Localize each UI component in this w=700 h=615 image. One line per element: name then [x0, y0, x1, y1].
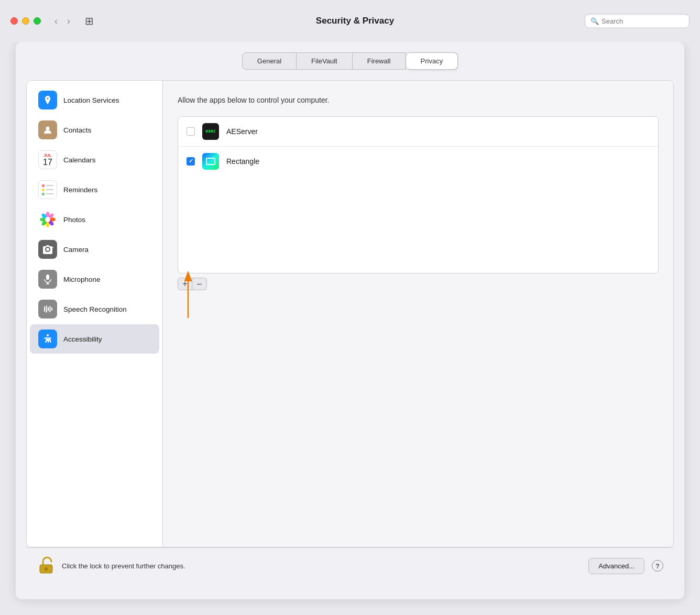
cal-month-label: JUL [43, 153, 51, 158]
aeserver-checkbox[interactable] [187, 127, 195, 136]
app-list: exec AEServer Rectangle [178, 116, 659, 273]
tab-filevault[interactable]: FileVault [297, 52, 353, 70]
grid-button[interactable]: ⊞ [81, 13, 98, 29]
help-button[interactable]: ? [652, 560, 663, 572]
svg-point-10 [45, 217, 50, 222]
sidebar-label-photos: Photos [63, 216, 85, 224]
bottom-bar: Click the lock to prevent further change… [26, 547, 674, 584]
sidebar-item-reminders[interactable]: Reminders [30, 175, 159, 204]
main-window: General FileVault Firewall Privacy Locat… [16, 42, 684, 599]
tab-privacy[interactable]: Privacy [406, 52, 458, 70]
speech-icon [38, 300, 57, 319]
sidebar-item-camera[interactable]: Camera [30, 235, 159, 264]
accessibility-icon [38, 330, 57, 348]
main-panel: Allow the apps below to control your com… [163, 81, 673, 547]
titlebar: ‹ › ⊞ Security & Privacy 🔍 [0, 0, 700, 42]
lock-area: Click the lock to prevent further change… [37, 556, 581, 575]
reminders-dots [40, 182, 56, 197]
window-title: Security & Privacy [104, 16, 606, 26]
sidebar-label-speech: Speech Recognition [63, 305, 127, 313]
tab-bar: General FileVault Firewall Privacy [26, 52, 674, 70]
nav-buttons: ‹ › [51, 14, 73, 29]
search-input[interactable] [601, 17, 684, 25]
sidebar-item-location[interactable]: Location Services [30, 85, 159, 115]
rectangle-checkbox[interactable] [187, 157, 195, 166]
minimize-button[interactable] [22, 17, 29, 25]
close-button[interactable] [10, 17, 18, 25]
rectangle-app-icon [202, 153, 219, 170]
camera-icon [38, 240, 57, 259]
sidebar: Location Services Contacts JUL 17 Calend… [27, 81, 163, 547]
sidebar-item-photos[interactable]: Photos [30, 205, 159, 234]
sidebar-item-contacts[interactable]: Contacts [30, 115, 159, 145]
sidebar-label-accessibility: Accessibility [63, 335, 102, 343]
back-button[interactable]: ‹ [51, 14, 61, 29]
sidebar-item-accessibility[interactable]: Accessibility [30, 324, 159, 354]
svg-rect-13 [46, 274, 49, 280]
contacts-icon [38, 120, 57, 139]
svg-rect-17 [46, 305, 47, 313]
svg-rect-20 [51, 308, 52, 311]
panel-description: Allow the apps below to control your com… [178, 95, 659, 106]
search-box: 🔍 [585, 14, 690, 28]
add-app-button[interactable]: + [178, 278, 192, 290]
tab-general[interactable]: General [242, 52, 297, 70]
sidebar-label-location: Location Services [63, 96, 119, 104]
sidebar-label-reminders: Reminders [63, 186, 97, 194]
svg-rect-19 [50, 306, 51, 312]
remove-app-button[interactable]: – [192, 278, 207, 290]
photos-icon [38, 210, 57, 229]
maximize-button[interactable] [34, 17, 41, 25]
content-area: Location Services Contacts JUL 17 Calend… [26, 80, 674, 547]
svg-point-0 [46, 127, 50, 130]
cal-day-label: 17 [43, 158, 52, 167]
sidebar-item-microphone[interactable]: Microphone [30, 265, 159, 294]
lock-text: Click the lock to prevent further change… [62, 562, 185, 570]
microphone-icon [38, 270, 57, 289]
controls-area: + – [178, 273, 659, 290]
advanced-button[interactable]: Advanced... [588, 558, 644, 574]
sidebar-label-camera: Camera [63, 246, 89, 254]
aeserver-app-name: AEServer [226, 127, 258, 136]
forward-button[interactable]: › [64, 14, 73, 29]
svg-rect-26 [46, 569, 47, 571]
app-row-rectangle[interactable]: Rectangle [178, 147, 658, 176]
aeserver-app-icon: exec [202, 123, 219, 140]
sidebar-item-speech[interactable]: Speech Recognition [30, 294, 159, 324]
app-row-aeserver[interactable]: exec AEServer [178, 117, 658, 147]
sidebar-label-microphone: Microphone [63, 276, 101, 283]
reminders-icon [38, 180, 57, 199]
sidebar-item-calendars[interactable]: JUL 17 Calendars [30, 145, 159, 174]
calendars-icon: JUL 17 [38, 150, 57, 169]
search-icon: 🔍 [590, 17, 599, 25]
svg-point-21 [47, 334, 49, 336]
svg-rect-11 [50, 247, 52, 248]
lock-icon[interactable] [37, 556, 56, 575]
svg-rect-18 [48, 307, 49, 311]
tab-firewall[interactable]: Firewall [353, 52, 406, 70]
sidebar-label-contacts: Contacts [63, 126, 91, 134]
svg-rect-16 [44, 306, 45, 312]
location-icon [38, 91, 57, 109]
list-controls: + – [178, 278, 659, 290]
sidebar-label-calendars: Calendars [63, 156, 96, 164]
rectangle-app-name: Rectangle [226, 157, 259, 166]
traffic-lights [10, 17, 41, 25]
